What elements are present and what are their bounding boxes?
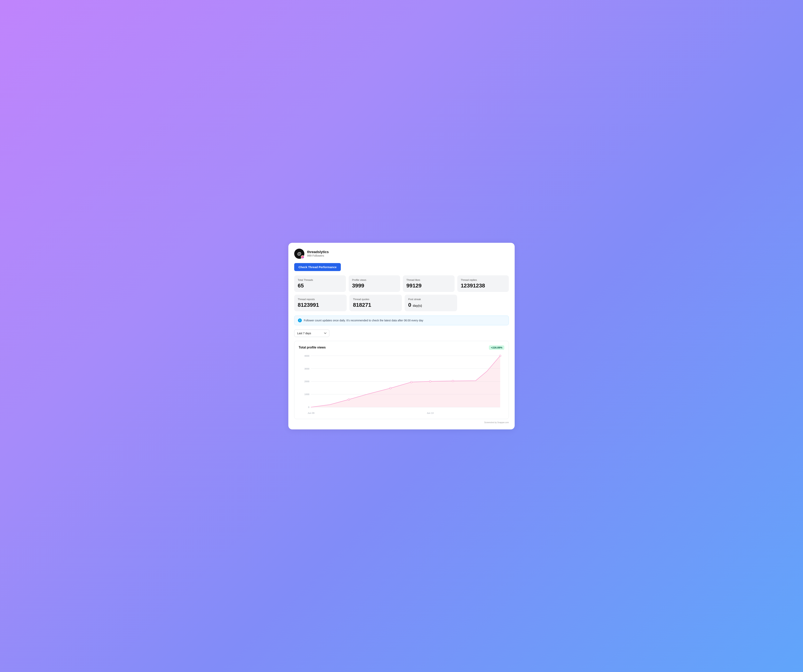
chart-container: Total profile views +226.89% 01000200030… <box>294 341 509 419</box>
stat-label: Thread likes <box>406 279 451 281</box>
stat-value: 818271 <box>353 302 398 308</box>
svg-text:0: 0 <box>308 406 309 408</box>
stat-value: 3999 <box>352 282 397 289</box>
info-text: Follower count updates once daily. It's … <box>304 319 423 322</box>
stat-thread-quotes: Thread quotes 818271 <box>349 295 402 311</box>
stat-label: Post streak <box>408 298 454 301</box>
svg-point-15 <box>499 355 501 357</box>
stat-value: 8123991 <box>298 302 343 308</box>
stat-value: 0 day(s) <box>408 302 454 308</box>
svg-text:Jun 09: Jun 09 <box>308 412 314 414</box>
svg-text:Jun 13: Jun 13 <box>427 412 434 414</box>
plus-badge-icon <box>301 255 304 259</box>
stat-total-threads: Total Threads 65 <box>294 275 346 292</box>
svg-point-11 <box>390 387 391 389</box>
info-icon: i <box>298 318 302 322</box>
stat-label: Profile views <box>352 279 397 281</box>
at-icon: @ <box>297 251 301 256</box>
stat-thread-likes: Thread likes 99129 <box>403 275 455 292</box>
stat-thread-reposts: Thread reposts 8123991 <box>294 295 347 311</box>
chart-svg: 01000200030004000Jun 09Jun 13 <box>299 353 504 416</box>
app-name: threadslytics <box>307 250 329 254</box>
date-range-dropdown[interactable]: Last 7 days Last 14 days Last 30 days <box>294 330 329 337</box>
svg-text:2000: 2000 <box>304 380 309 383</box>
svg-text:4000: 4000 <box>304 354 309 357</box>
stat-label: Total Threads <box>298 279 342 281</box>
svg-point-14 <box>452 380 454 381</box>
check-performance-button[interactable]: Check Thread Performance <box>294 263 341 271</box>
chart-header: Total profile views +226.89% <box>299 345 504 350</box>
stat-label: Thread quotes <box>353 298 398 301</box>
svg-point-13 <box>429 380 431 382</box>
stats-row-2: Thread reposts 8123991 Thread quotes 818… <box>294 295 457 311</box>
footer-note: Screenshot by Snapper.com <box>294 421 509 424</box>
chart-area: 01000200030004000Jun 09Jun 13 <box>299 353 504 416</box>
stat-value: 99129 <box>406 282 451 289</box>
stat-value: 12391238 <box>461 282 506 289</box>
stat-label: Thread reposts <box>298 298 343 301</box>
stat-post-streak: Post streak 0 day(s) <box>405 295 457 311</box>
stat-value: 65 <box>298 282 342 289</box>
stat-thread-replies: Thread replies 12391238 <box>457 275 509 292</box>
info-banner: i Follower count updates once daily. It'… <box>294 315 509 325</box>
date-range-wrapper: Last 7 days Last 14 days Last 30 days <box>294 330 509 337</box>
follower-count: 999 Followers <box>307 254 329 257</box>
app-logo: @ <box>294 248 304 259</box>
app-header: @ threadslytics 999 Followers <box>294 248 509 259</box>
main-card: @ threadslytics 999 Followers Check Thre… <box>288 243 515 429</box>
stat-profile-views: Profile views 3999 <box>349 275 400 292</box>
svg-point-10 <box>348 399 349 400</box>
svg-text:3000: 3000 <box>304 367 309 370</box>
stats-row-1: Total Threads 65 Profile views 3999 Thre… <box>294 275 509 292</box>
svg-text:1000: 1000 <box>304 393 309 396</box>
chart-title: Total profile views <box>299 346 326 349</box>
stat-suffix: day(s) <box>413 304 422 307</box>
header-text: threadslytics 999 Followers <box>307 250 329 257</box>
chart-badge: +226.89% <box>489 345 504 350</box>
svg-point-12 <box>410 381 412 383</box>
stat-label: Thread replies <box>461 279 506 281</box>
